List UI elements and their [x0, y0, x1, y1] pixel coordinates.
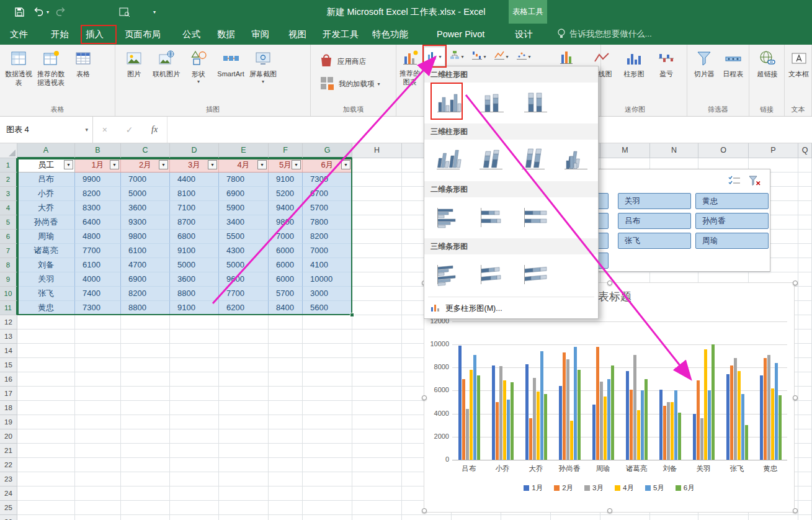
chart-selection-handle[interactable]	[607, 280, 612, 285]
cell[interactable]: 7000	[269, 230, 303, 244]
recommended-pivot-tables-button[interactable]: 推荐的数据透视表	[35, 47, 67, 103]
slicer-multiselect-icon[interactable]	[726, 174, 743, 187]
cell[interactable]	[303, 344, 352, 358]
cell[interactable]: 9400	[269, 201, 303, 215]
cell[interactable]	[303, 444, 352, 458]
sparkline-column-button[interactable]: 柱形图	[618, 47, 650, 103]
cell[interactable]: 7700	[75, 244, 121, 258]
cell[interactable]	[219, 515, 269, 520]
cell[interactable]	[352, 387, 402, 401]
tab-review[interactable]: 审阅	[251, 24, 269, 45]
tab-view[interactable]: 视图	[288, 24, 306, 45]
cell[interactable]	[650, 515, 698, 520]
cell[interactable]: 4000	[75, 272, 121, 287]
cell[interactable]	[121, 486, 170, 501]
cell[interactable]	[798, 486, 812, 501]
cell[interactable]	[170, 329, 219, 344]
row-header-2[interactable]: 2	[0, 173, 17, 187]
cell[interactable]	[749, 515, 798, 520]
cell[interactable]	[219, 444, 269, 458]
cell[interactable]: 1月▼	[75, 158, 121, 173]
column-header-Q[interactable]: Q	[798, 143, 812, 158]
shapes-button[interactable]: 形状▾	[182, 47, 215, 103]
cell[interactable]	[303, 329, 352, 344]
cell[interactable]: 5200	[269, 187, 303, 201]
cell[interactable]	[75, 401, 121, 415]
row-header-10[interactable]: 10	[0, 287, 17, 301]
cell[interactable]	[600, 515, 650, 520]
slicer-clear-filter-icon[interactable]	[746, 174, 762, 187]
slicer-button-1-col1[interactable]: 关羽	[618, 193, 691, 209]
row-header-23[interactable]: 23	[0, 472, 17, 486]
cell[interactable]	[269, 444, 303, 458]
cell[interactable]: 6900	[121, 272, 170, 287]
cell[interactable]	[170, 344, 219, 358]
cell[interactable]: 6000	[269, 244, 303, 258]
cell[interactable]	[352, 444, 402, 458]
cell[interactable]	[698, 515, 749, 520]
cell[interactable]	[303, 458, 352, 472]
cell[interactable]	[269, 344, 303, 358]
cell[interactable]: 5700	[269, 287, 303, 301]
cell[interactable]	[219, 415, 269, 429]
cell[interactable]: 5000	[121, 187, 170, 201]
cell[interactable]	[121, 515, 170, 520]
cell[interactable]: 6400	[75, 215, 121, 230]
my-addins-button[interactable]: 我的加载项▾	[315, 76, 384, 92]
cell[interactable]	[352, 372, 402, 387]
cell[interactable]	[170, 486, 219, 501]
cell[interactable]	[219, 329, 269, 344]
chart-selection-handle[interactable]	[793, 280, 798, 285]
cell[interactable]	[352, 329, 402, 344]
cell[interactable]	[798, 472, 812, 486]
cell[interactable]	[219, 344, 269, 358]
cell[interactable]: 8800	[121, 301, 170, 315]
cell[interactable]	[798, 429, 812, 444]
cell[interactable]	[352, 215, 402, 230]
row-header-6[interactable]: 6	[0, 230, 17, 244]
tab-power-pivot[interactable]: Power Pivot	[437, 24, 484, 45]
cell[interactable]: 5500	[219, 230, 269, 244]
tell-me-box[interactable]: 告诉我您想要做什么...	[557, 24, 652, 45]
cell[interactable]: 7700	[219, 287, 269, 301]
cell[interactable]	[75, 429, 121, 444]
cell[interactable]	[798, 344, 812, 358]
cell[interactable]: 6000	[269, 258, 303, 272]
cell[interactable]	[17, 344, 75, 358]
cell[interactable]	[170, 358, 219, 372]
cell[interactable]: 9100	[170, 244, 219, 258]
cell[interactable]: 5000	[219, 258, 269, 272]
insert-line-chart-button[interactable]: ▾	[491, 47, 512, 66]
cell[interactable]: 4400	[170, 173, 219, 187]
cell[interactable]	[269, 372, 303, 387]
cell[interactable]	[798, 287, 812, 301]
filter-dropdown-icon[interactable]: ▼	[257, 160, 267, 169]
cell[interactable]	[352, 429, 402, 444]
column-header-O[interactable]: O	[698, 143, 749, 158]
column-header-C[interactable]: C	[121, 143, 170, 158]
cell[interactable]	[17, 358, 75, 372]
cell[interactable]	[798, 187, 812, 201]
cell[interactable]: 孙尚香	[17, 215, 75, 230]
cell[interactable]: 6700	[303, 187, 352, 201]
cell[interactable]: 4800	[75, 230, 121, 244]
chart-type-stacked-bar-100-3d[interactable]	[517, 259, 552, 291]
row-header-4[interactable]: 4	[0, 201, 17, 215]
cell[interactable]	[269, 387, 303, 401]
insert-waterfall-chart-button[interactable]: ▾	[468, 47, 490, 66]
select-all-corner[interactable]	[0, 143, 17, 158]
cell[interactable]	[352, 187, 402, 201]
cell[interactable]	[798, 401, 812, 415]
row-header-13[interactable]: 13	[0, 329, 17, 344]
cell[interactable]	[269, 458, 303, 472]
cell[interactable]: 7800	[303, 215, 352, 230]
tab-special-features[interactable]: 特色功能	[372, 24, 408, 45]
cell[interactable]	[121, 401, 170, 415]
cell[interactable]: 刘备	[17, 258, 75, 272]
cell[interactable]	[219, 358, 269, 372]
insert-column-or-bar-chart-button[interactable]: ▾	[424, 47, 445, 66]
row-header-14[interactable]: 14	[0, 344, 17, 358]
row-header-22[interactable]: 22	[0, 458, 17, 472]
column-header-N[interactable]: N	[650, 143, 698, 158]
tab-developer[interactable]: 开发工具	[323, 24, 359, 45]
